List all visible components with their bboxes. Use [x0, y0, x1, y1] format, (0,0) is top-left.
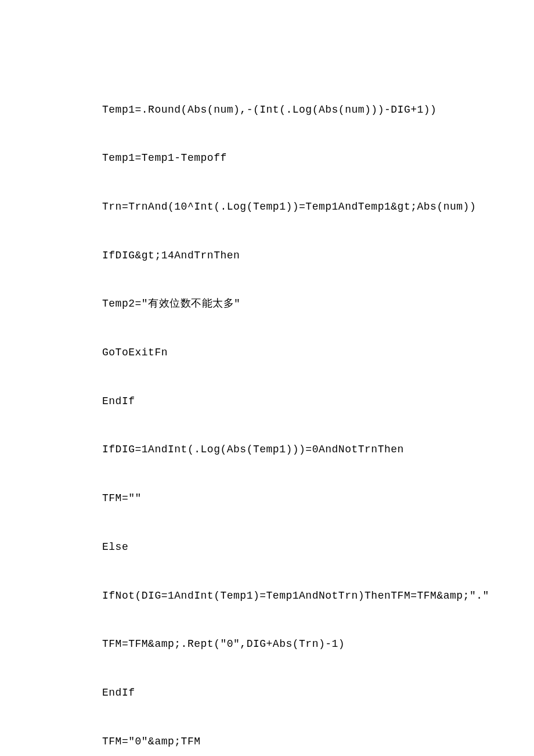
code-line: IfNot(DIG=1AndInt(Temp1)=Temp1AndNotTrn)… — [102, 588, 453, 604]
document-page: Temp1=.Round(Abs(num),-(Int(.Log(Abs(num… — [0, 0, 534, 756]
code-line: TFM=TFM&amp;.Rept("0",DIG+Abs(Trn)-1) — [102, 636, 453, 653]
code-line: Temp2="有效位数不能太多" — [102, 296, 453, 312]
code-line: TFM="" — [102, 491, 453, 507]
code-line: EndIf — [102, 394, 453, 410]
code-line: IfDIG=1AndInt(.Log(Abs(Temp1)))=0AndNotT… — [102, 442, 453, 458]
code-line: Trn=TrnAnd(10^Int(.Log(Temp1))=Temp1AndT… — [102, 199, 453, 215]
code-line: GoToExitFn — [102, 345, 453, 361]
code-line: Temp1=.Round(Abs(num),-(Int(.Log(Abs(num… — [102, 102, 453, 118]
code-line: TFM="0"&amp;TFM — [102, 734, 453, 750]
code-line: Temp1=Temp1-Tempoff — [102, 150, 453, 167]
code-line: EndIf — [102, 685, 453, 701]
code-line: IfDIG&gt;14AndTrnThen — [102, 248, 453, 264]
code-line: Else — [102, 539, 453, 556]
code-block: Temp1=.Round(Abs(num),-(Int(.Log(Abs(num… — [81, 70, 453, 756]
